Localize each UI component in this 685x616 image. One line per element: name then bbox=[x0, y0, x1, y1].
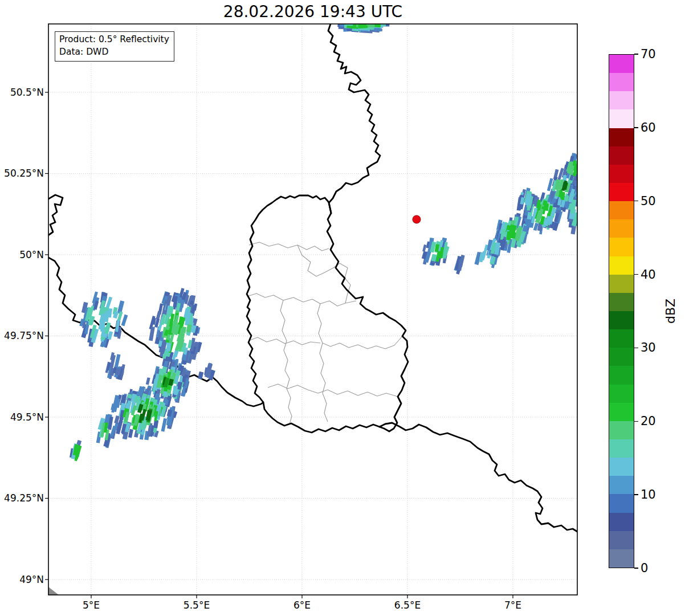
lat-tick-label: 50.25°N bbox=[4, 168, 44, 179]
colorbar-segment bbox=[609, 275, 634, 293]
luxembourg-cantons bbox=[280, 300, 292, 425]
colorbar-tick-label: 30 bbox=[641, 341, 656, 354]
colorbar-tick bbox=[634, 494, 638, 495]
lon-tick-label: 7°E bbox=[504, 599, 521, 611]
france-germany-border bbox=[380, 423, 577, 532]
lat-tick-label: 49.75°N bbox=[4, 330, 44, 341]
district-borders-layer bbox=[247, 242, 402, 425]
product-info-line: Product: 0.5° Reflectivity bbox=[59, 34, 169, 46]
map-canvas bbox=[0, 0, 685, 616]
luxembourg-cantons bbox=[297, 245, 340, 276]
lat-tick-label: 49°N bbox=[19, 574, 44, 585]
colorbar-tick-label: 50 bbox=[641, 194, 656, 207]
colorbar-tick bbox=[634, 274, 638, 275]
colorbar-tick bbox=[634, 568, 638, 568]
colorbar-segment bbox=[609, 238, 634, 256]
colorbar-segment bbox=[609, 476, 634, 494]
colorbar-segment bbox=[609, 439, 634, 458]
colorbar-segment bbox=[609, 329, 634, 348]
colorbar-segment bbox=[609, 348, 634, 366]
lat-tick-label: 50°N bbox=[19, 249, 44, 260]
luxembourg-cantons bbox=[340, 263, 350, 303]
colorbar-label: dBZ bbox=[663, 299, 678, 324]
radar-site-dot bbox=[413, 215, 421, 223]
belgium-germany-border bbox=[328, 24, 380, 213]
lat-tick-label: 49.25°N bbox=[4, 492, 44, 504]
plot-frame bbox=[48, 24, 577, 595]
colorbar-segment bbox=[609, 219, 634, 238]
country-borders-layer bbox=[48, 24, 577, 532]
colorbar-segment bbox=[609, 55, 634, 73]
lon-tick-label: 5.5°E bbox=[184, 599, 210, 611]
colorbar bbox=[609, 54, 634, 568]
france-belgium-border-salient bbox=[48, 195, 63, 235]
luxembourg-border bbox=[247, 195, 408, 433]
colorbar-tick-label: 20 bbox=[641, 414, 656, 428]
lat-tick-label: 49.5°N bbox=[10, 411, 44, 423]
colorbar-tick bbox=[634, 127, 638, 128]
colorbar-tick bbox=[634, 348, 638, 348]
colorbar-segment bbox=[609, 403, 634, 421]
colorbar-tick bbox=[634, 421, 638, 422]
colorbar-segment bbox=[609, 458, 634, 476]
corner-patch bbox=[48, 587, 59, 595]
colorbar-segment bbox=[609, 73, 634, 91]
colorbar-segment bbox=[609, 366, 634, 384]
lat-tick-label: 50.5°N bbox=[10, 87, 44, 98]
colorbar-tick bbox=[634, 201, 638, 201]
luxembourg-cantons bbox=[247, 293, 356, 306]
luxembourg-cantons bbox=[323, 336, 402, 349]
lon-tick-label: 6.5°E bbox=[394, 599, 421, 611]
grid-layer bbox=[48, 24, 577, 595]
luxembourg-cantons bbox=[249, 242, 329, 251]
colorbar-segment bbox=[609, 128, 634, 146]
colorbar-segment bbox=[609, 531, 634, 549]
colorbar-tick-label: 10 bbox=[641, 488, 656, 501]
product-info-box: Product: 0.5° Reflectivity Data: DWD bbox=[55, 31, 174, 62]
colorbar-tick-label: 70 bbox=[641, 47, 656, 61]
colorbar-segment bbox=[609, 549, 634, 568]
colorbar-segment bbox=[609, 421, 634, 439]
axis-ticks bbox=[45, 92, 513, 598]
colorbar-segment bbox=[609, 385, 634, 403]
colorbar-tick-label: 0 bbox=[641, 561, 648, 575]
radar-figure: 28.02.2026 19:43 UTC Product: 0.5° Refle… bbox=[0, 0, 685, 616]
colorbar-tick-label: 60 bbox=[641, 120, 656, 134]
colorbar-segment bbox=[609, 146, 634, 165]
lon-tick-label: 6°E bbox=[293, 599, 311, 611]
colorbar-segment bbox=[609, 183, 634, 201]
colorbar-segment bbox=[609, 293, 634, 311]
colorbar-segment bbox=[609, 91, 634, 109]
colorbar-segment bbox=[609, 109, 634, 128]
colorbar-segment bbox=[609, 201, 634, 219]
colorbar-segment bbox=[609, 311, 634, 329]
colorbar-tick bbox=[634, 54, 638, 54]
luxembourg-cantons bbox=[317, 304, 328, 422]
colorbar-segment bbox=[609, 165, 634, 183]
radar-echo-layer bbox=[70, 20, 583, 461]
luxembourg-cantons bbox=[248, 337, 320, 345]
colorbar-segment bbox=[609, 513, 634, 531]
colorbar-tick-label: 40 bbox=[641, 267, 656, 281]
lon-tick-label: 5°E bbox=[83, 599, 100, 611]
colorbar-segment bbox=[609, 494, 634, 512]
colorbar-segment bbox=[609, 256, 634, 275]
data-source-line: Data: DWD bbox=[59, 46, 169, 59]
